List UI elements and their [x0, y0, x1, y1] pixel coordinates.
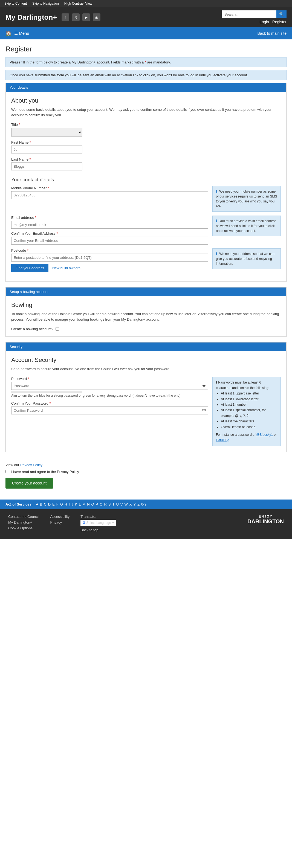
az-m[interactable]: M	[82, 502, 85, 506]
az-x[interactable]: X	[129, 502, 132, 506]
email-required: *	[35, 216, 36, 220]
cookie-options-link[interactable]: Cookie Options	[8, 526, 39, 530]
security-title: Account Security	[11, 356, 281, 364]
twitter-icon[interactable]: 𝕏	[72, 13, 80, 21]
search-bar: 🔍	[222, 10, 287, 18]
my-darlington-link[interactable]: My Darlington+	[8, 520, 39, 524]
info-icon-address: ℹ	[216, 252, 217, 256]
az-g[interactable]: G	[60, 502, 63, 506]
first-name-input[interactable]	[11, 146, 82, 153]
az-y[interactable]: Y	[133, 502, 136, 506]
password-toggle-button[interactable]: 👁	[202, 383, 206, 388]
activation-info-box: Once you have submitted the form you wil…	[5, 70, 287, 80]
translate-select[interactable]: G Select Language ▾	[81, 520, 116, 526]
create-account-button[interactable]: Create your account	[5, 477, 53, 489]
az-b[interactable]: B	[40, 502, 42, 506]
bowling-checkbox[interactable]	[56, 327, 59, 331]
az-h[interactable]: H	[65, 502, 67, 506]
privacy-policy-link[interactable]: Privacy Policy	[20, 463, 42, 467]
example-link-1[interactable]: @Bluesky1	[256, 433, 273, 437]
az-k[interactable]: K	[75, 502, 77, 506]
first-name-group: First Name *	[11, 140, 281, 153]
first-name-label: First Name *	[11, 140, 281, 145]
postcode-input[interactable]	[11, 254, 208, 261]
az-s[interactable]: S	[108, 502, 111, 506]
confirm-email-input[interactable]	[11, 237, 208, 245]
az-w[interactable]: W	[124, 502, 128, 506]
mobile-tip: ℹ We need your mobile number as some of …	[212, 186, 281, 212]
back-to-main-link[interactable]: Back to main site	[257, 31, 287, 36]
last-name-input[interactable]	[11, 162, 82, 170]
accessibility-link[interactable]: Accessibility	[50, 515, 69, 519]
az-r[interactable]: R	[104, 502, 107, 506]
your-details-card: Your details About you We need some basi…	[5, 83, 287, 282]
find-address-button[interactable]: Find your address	[11, 264, 49, 272]
confirm-password-toggle-button[interactable]: 👁	[202, 408, 206, 413]
header-right: 🔍 Login Register	[222, 10, 287, 24]
skip-navigation-link[interactable]: Skip to Navigation	[32, 2, 59, 5]
pwd-tip-6: Overall length at least 6	[221, 424, 277, 430]
first-name-required: *	[30, 140, 31, 145]
password-tips-list: At least 1 uppercase letter At least 1 l…	[216, 391, 277, 430]
search-input[interactable]	[222, 10, 276, 18]
bowling-checkbox-row: Create a bowling account?	[11, 327, 281, 331]
privacy-suffix: .	[43, 463, 45, 467]
example-link-2[interactable]: Cat&D0g	[216, 438, 229, 442]
password-example: For instance a password of @Bluesky1 or …	[216, 432, 277, 443]
chevron-down-icon: ▾	[112, 521, 114, 525]
az-o[interactable]: O	[91, 502, 94, 506]
star-icon: *	[145, 60, 146, 64]
instagram-icon[interactable]: ◉	[93, 13, 100, 21]
title-select[interactable]: Mr Mrs Miss Ms Dr Prof	[11, 128, 82, 136]
email-right: ℹ You must provide a valid email address…	[212, 216, 281, 245]
address-tip: ℹ We need your address so that we can gi…	[212, 248, 281, 269]
az-e[interactable]: E	[52, 502, 55, 506]
your-details-body: About you We need some basic details abo…	[6, 92, 286, 281]
az-n[interactable]: N	[87, 502, 89, 506]
register-link[interactable]: Register	[272, 20, 287, 24]
az-u[interactable]: U	[116, 502, 118, 506]
pwd-tip-4: At least 1 special character, for exampl…	[221, 407, 277, 418]
social-icons: f 𝕏 ▶ ◉	[62, 13, 100, 21]
az-d[interactable]: D	[48, 502, 51, 506]
az-q[interactable]: Q	[99, 502, 103, 506]
az-t[interactable]: T	[113, 502, 115, 506]
az-a[interactable]: A	[36, 502, 38, 506]
contact-council-link[interactable]: Contact the Council	[8, 515, 39, 519]
facebook-icon[interactable]: f	[62, 13, 69, 21]
az-z[interactable]: Z	[137, 502, 140, 506]
password-input[interactable]	[11, 382, 208, 390]
login-link[interactable]: Login	[260, 20, 269, 24]
mobile-group: Mobile Phone Number * ℹ We need your mob…	[11, 186, 281, 212]
mobile-input[interactable]	[11, 191, 208, 199]
az-p[interactable]: P	[96, 502, 98, 506]
az-v[interactable]: V	[120, 502, 123, 506]
postcode-required: *	[27, 248, 28, 252]
page-content: Register Please fill in the form below t…	[0, 39, 292, 499]
search-button[interactable]: 🔍	[276, 10, 287, 18]
agree-checkbox[interactable]	[5, 470, 9, 473]
skip-content-link[interactable]: Skip to Content	[4, 2, 27, 5]
youtube-icon[interactable]: ▶	[82, 13, 90, 21]
az-09[interactable]: 0-9	[141, 502, 146, 506]
privacy-link-footer[interactable]: Privacy	[50, 520, 69, 524]
agree-label: I have read and agree to the Privacy Pol…	[11, 470, 79, 474]
az-j[interactable]: J	[71, 502, 74, 506]
az-f[interactable]: F	[56, 502, 59, 506]
confirm-password-input[interactable]	[11, 406, 208, 414]
home-icon[interactable]: 🏠	[5, 30, 11, 36]
back-to-top-link[interactable]: Back to top	[81, 528, 116, 532]
postcode-label: Postcode *	[11, 248, 208, 252]
title-group: Title * Mr Mrs Miss Ms Dr Prof	[11, 123, 281, 136]
az-i[interactable]: I	[69, 502, 70, 506]
last-name-label: Last Name *	[11, 157, 281, 161]
az-l[interactable]: L	[79, 502, 81, 506]
translate-label: Translate:	[81, 515, 116, 519]
confirm-password-input-wrap: 👁	[11, 406, 208, 414]
email-input[interactable]	[11, 221, 208, 229]
new-build-link[interactable]: New build owners	[52, 266, 81, 270]
contact-details-title: Your contact details	[11, 177, 281, 183]
postcode-left: Postcode * Find your address New build o…	[11, 248, 208, 272]
az-c[interactable]: C	[44, 502, 46, 506]
menu-label[interactable]: ☰ Menu	[14, 31, 29, 36]
